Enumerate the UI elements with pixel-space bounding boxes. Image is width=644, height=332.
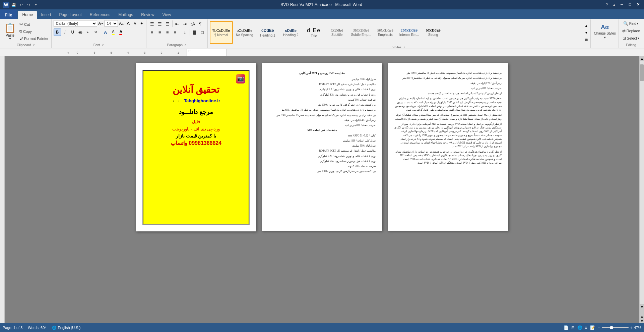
copy-button[interactable]: ⧉ Copy [18, 28, 50, 35]
font-decrease-btn[interactable]: A▼ [98, 20, 104, 26]
font-increase-btn[interactable]: A▲ [119, 20, 125, 26]
view-full-btn[interactable]: ⊞ [571, 325, 575, 330]
styles-expand-btn[interactable]: ↗ [402, 45, 406, 48]
page2-item-2: وزن با خشاب خالی و دورین نشانه روی / 3.7… [268, 88, 376, 91]
zoom-in-btn[interactable]: + [630, 325, 633, 330]
center-button[interactable]: ≡ [156, 29, 164, 36]
maximize-btn[interactable]: □ [627, 2, 633, 7]
quick-save[interactable]: 💾 [11, 2, 17, 8]
paste-button[interactable]: 📋 Paste ▼ [3, 21, 17, 42]
quick-customize[interactable]: ▼ [33, 2, 39, 8]
multilevel-button[interactable]: ☰ [164, 20, 171, 27]
text-effects-button[interactable]: A [102, 29, 109, 36]
font-shrink-btn[interactable]: A [132, 20, 138, 26]
page1-border: 📷 تحقیق آنلاین ←← Tahghighonline.ir مرجع… [142, 70, 250, 225]
minimize-btn[interactable]: ─ [619, 2, 625, 7]
style-heading2[interactable]: cDdEe Heading 2 [279, 21, 302, 44]
scroll-up-btn[interactable]: ▲ [640, 56, 644, 61]
superscript-button[interactable]: x² [92, 29, 100, 36]
right-scrollbar[interactable]: ▲ ▼ ▲ ▼ [639, 56, 644, 323]
font-expand[interactable]: ↗ [101, 43, 105, 47]
line-spacing-button[interactable]: ↕ [181, 29, 189, 36]
align-left-button[interactable]: ≡ [148, 29, 156, 36]
sort-button[interactable]: ↕A [189, 20, 196, 27]
replace-icon: ⇄ [622, 29, 626, 33]
styles-expand[interactable]: ⊞ [584, 36, 589, 43]
language-flag: 🌐 [52, 326, 57, 330]
view-draft-btn[interactable]: 📝 [590, 325, 595, 330]
borders-button[interactable]: □ [199, 29, 206, 36]
numbering-button[interactable]: ☰ [156, 20, 164, 27]
font-name-select[interactable]: Calibri (Body) [54, 20, 97, 27]
scroll-track[interactable] [640, 61, 644, 305]
style-emphasis[interactable]: 3bCcDdEe Emphasis [374, 21, 397, 44]
style-normal[interactable]: ¶bCcDdEe ¶ Normal [210, 21, 233, 44]
tab-review[interactable]: Review [137, 11, 158, 19]
help-btn[interactable]: ? [604, 2, 610, 8]
style-subtle-emp[interactable]: 3bCcDdEe Subtle Emp... [349, 21, 374, 44]
quick-redo[interactable]: ↪ [25, 2, 31, 8]
next-page-btn[interactable]: ▼ [640, 319, 644, 323]
style-no-spacing[interactable]: bCcDdEe No Spacing [233, 21, 256, 44]
tab-mailings[interactable]: Mailings [114, 11, 137, 19]
italic-button[interactable]: I [61, 29, 69, 36]
style-heading1[interactable]: cDdEe Heading 1 [256, 21, 279, 44]
format-painter-button[interactable]: 🖌 Format Painter [18, 35, 50, 42]
heading1-preview: cDdEe [261, 28, 274, 33]
view-print-btn[interactable]: 📄 [564, 325, 569, 330]
clear-format-btn[interactable]: ✦ [139, 20, 145, 26]
zoom-slider[interactable] [602, 327, 629, 328]
style-subtitle[interactable]: CcDdEe Subtitle [326, 21, 348, 44]
zoom-out-btn[interactable]: − [598, 325, 600, 330]
page3-p6: ضعف SVD نسبت به رقیب آمریکایی هم در دو چ… [394, 97, 502, 112]
shading-button[interactable]: ▓ [191, 29, 198, 36]
styles-area: ¶bCcDdEe ¶ Normal bCcDdEe No Spacing cDd… [210, 20, 583, 45]
paragraph-expand[interactable]: ↗ [183, 43, 187, 47]
page3-p7: نکد بیشتر از M21 است، همچنین M21 در مجمو… [394, 113, 502, 121]
doc-area[interactable]: 📷 تحقیق آنلاین ←← Tahghighonline.ir مرجع… [5, 56, 639, 323]
tab-home[interactable]: Home [18, 11, 37, 19]
styles-scroll-up[interactable]: ▲ [584, 22, 589, 29]
style-title[interactable]: d Ee Title [303, 21, 325, 44]
bold-button[interactable]: B [54, 29, 61, 36]
decrease-indent-button[interactable]: ⇤ [174, 20, 181, 27]
select-button[interactable]: ⊡ Select ▼ [621, 35, 641, 42]
font-color-button[interactable]: A [117, 29, 125, 36]
strikethrough-button[interactable]: ab [77, 29, 84, 36]
style-strong[interactable]: bCcDdEe Strong [422, 21, 445, 44]
find-button[interactable]: 🔍 Find ▼ [622, 20, 640, 27]
file-tab[interactable]: File [0, 9, 17, 19]
styles-scroll-down[interactable]: ▼ [584, 29, 589, 36]
replace-button[interactable]: ⇄ Replace [621, 27, 641, 34]
view-outline-btn[interactable]: ≡ [585, 325, 587, 330]
align-right-button[interactable]: ≡ [164, 29, 171, 36]
clipboard-expand[interactable]: ↗ [32, 43, 36, 47]
font-grow-btn[interactable]: A [125, 20, 131, 26]
tab-page-layout[interactable]: Page Layout [55, 11, 85, 19]
close-btn[interactable]: ✕ [635, 2, 641, 7]
quick-undo[interactable]: ↩ [18, 2, 24, 8]
cut-button[interactable]: ✂ Cut [18, 21, 50, 28]
show-marks-button[interactable]: ¶ [197, 20, 204, 27]
change-styles-button[interactable]: Aα Change Styles ▼ [593, 21, 617, 42]
bullets-button[interactable]: ☰ [148, 20, 156, 27]
font-size-select[interactable]: 14 [105, 20, 118, 27]
page1-url-row: ←← Tahghighonline.ir [172, 97, 220, 105]
highlight-button[interactable]: A [110, 29, 117, 36]
tab-insert[interactable]: Insert [37, 11, 55, 19]
view-web-btn[interactable]: 🌐 [577, 325, 582, 330]
scroll-down-btn[interactable]: ▼ [640, 305, 644, 309]
font-group: Calibri (Body) A▼ 14 A▲ A A ✦ B I U ab x… [52, 19, 146, 48]
subscript-button[interactable]: x₂ [84, 29, 92, 36]
justify-button[interactable]: ≡ [172, 29, 179, 36]
ribbon-toggle[interactable]: ▲ [611, 2, 617, 8]
scroll-thumb[interactable] [640, 64, 644, 81]
zoom-level: 47% [634, 326, 641, 330]
increase-indent-button[interactable]: ⇥ [181, 20, 189, 27]
tab-references[interactable]: References [86, 11, 114, 19]
prev-page-btn[interactable]: ▲ [640, 314, 644, 319]
tab-view[interactable]: View [158, 11, 175, 19]
style-intense-emp[interactable]: 1bCcDdEe Intense Em... [397, 21, 422, 44]
page2-item-14: مکانیسم عمل / اشتار غیر مستقیم کار ROTAR… [268, 149, 376, 153]
underline-button[interactable]: U [69, 29, 76, 36]
